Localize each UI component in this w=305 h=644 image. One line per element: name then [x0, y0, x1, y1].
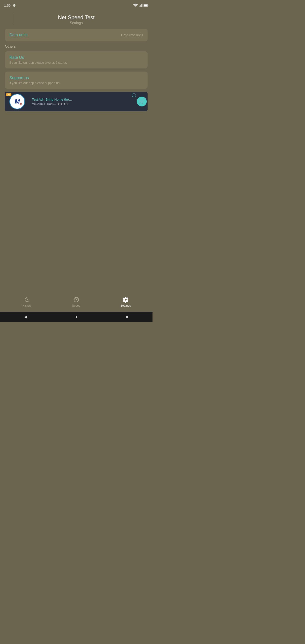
ad-title: Test Ad : Bring Home the… [32, 98, 134, 101]
ad-label: Ad [6, 93, 12, 96]
rate-us-card[interactable]: Rate Us if you like our app please give … [5, 51, 148, 68]
status-time: 1:59 [4, 4, 10, 8]
svg-rect-1 [139, 6, 140, 7]
nav-history-label: History [22, 304, 31, 307]
ad-stars: ★★★☆ [57, 102, 69, 106]
rate-us-subtitle: if you like our app please give us 5 sta… [10, 61, 143, 64]
signal-icon [139, 4, 142, 7]
nav-settings-label: Settings [120, 304, 131, 307]
data-units-title: Data units [10, 33, 28, 37]
ad-info-icon[interactable]: ℹ [132, 93, 136, 97]
support-us-card[interactable]: Support us if you like our app please su… [5, 72, 148, 89]
data-units-card[interactable]: Data units Data-rate units [5, 28, 148, 41]
svg-point-0 [135, 6, 136, 7]
ad-description: McCormick-Kohi… ★★★☆ [32, 102, 134, 106]
wifi-icon [133, 4, 138, 7]
ad-cart-icon: 🛒 [137, 96, 147, 106]
nav-speed[interactable]: Speed [52, 296, 101, 307]
settings-icon [122, 296, 129, 303]
speed-icon [73, 296, 80, 303]
nav-settings[interactable]: Settings [101, 296, 150, 307]
ad-banner[interactable]: Ad Mc Test Ad : Bring Home the… McCormic… [5, 92, 148, 111]
svg-rect-7 [144, 4, 148, 6]
ad-content: Test Ad : Bring Home the… McCormick-Kohi… [30, 92, 136, 111]
nav-history[interactable]: History [2, 296, 52, 307]
data-rate-units-label: Data-rate units [121, 33, 143, 37]
rate-us-title: Rate Us [10, 55, 143, 60]
support-us-title: Support us [10, 76, 143, 80]
ad-cart-button[interactable]: 🛒 [136, 92, 148, 111]
support-us-subtitle: if you like our app please support us [10, 81, 143, 85]
svg-rect-6 [148, 5, 148, 6]
gear-status-icon: ⚙ [13, 3, 16, 8]
history-icon [24, 296, 30, 303]
ad-desc-text: McCormick-Kohi… [32, 102, 56, 106]
system-nav-bar: ◀ ● ■ [0, 312, 152, 322]
ad-logo-image: Mc [10, 94, 25, 109]
home-button[interactable]: ● [75, 314, 78, 319]
svg-rect-2 [140, 5, 141, 7]
status-right-icons [133, 4, 148, 7]
recent-button[interactable]: ■ [126, 314, 128, 319]
nav-speed-label: Speed [72, 304, 80, 307]
svg-point-9 [76, 299, 77, 300]
svg-rect-3 [141, 4, 142, 7]
back-button[interactable]: ◀ [24, 314, 27, 319]
page-subtitle: Settings [58, 21, 94, 25]
battery-icon [144, 4, 148, 7]
app-header: Net Speed Test Settings [0, 10, 152, 28]
status-bar: 1:59 ⚙ [0, 0, 152, 10]
bottom-navigation: History Speed Settings [0, 292, 152, 312]
others-section-header: Others [5, 44, 148, 48]
main-content: Data units Data-rate units Others Rate U… [0, 28, 152, 111]
app-title: Net Speed Test [58, 14, 94, 20]
svg-rect-4 [142, 4, 142, 7]
